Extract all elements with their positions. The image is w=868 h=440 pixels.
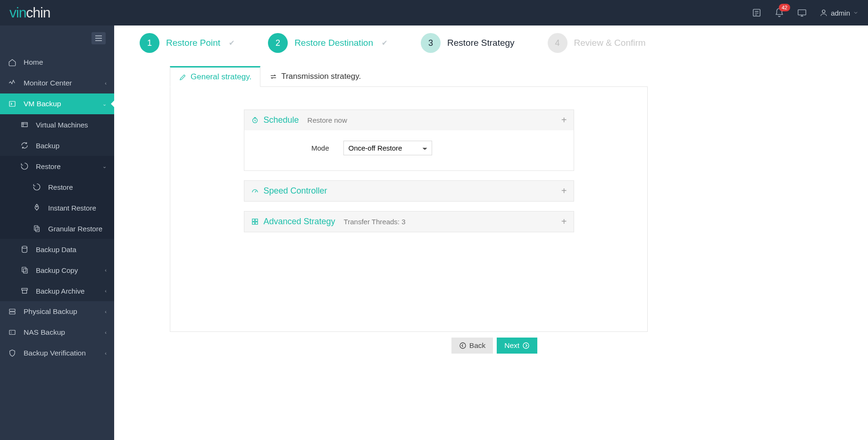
brand-logo: vinchin (9, 5, 50, 21)
sidebar-item-granular-restore[interactable]: Granular Restore (0, 218, 114, 239)
sidebar-item-restore[interactable]: Restore ⌄ (0, 156, 114, 177)
tab-label: Transmission strategy. (281, 72, 361, 81)
svg-rect-7 (36, 227, 40, 232)
back-button[interactable]: Back (451, 338, 493, 354)
display-icon[interactable] (797, 8, 807, 18)
gauge-icon (251, 187, 259, 195)
edit-icon (179, 73, 187, 81)
section-advanced: Advanced Strategy Transfer Threads: 3 + (244, 211, 574, 232)
sidebar-item-vms[interactable]: Virtual Machines (0, 114, 114, 135)
step-label: Restore Strategy (447, 38, 515, 48)
step-restore-point[interactable]: 1 Restore Point ✔ (140, 33, 235, 53)
archive-icon (20, 286, 29, 296)
step-restore-destination[interactable]: 2 Restore Destination ✔ (268, 33, 388, 53)
grid-icon (20, 120, 29, 129)
sidebar-toggle-button[interactable] (92, 32, 106, 44)
sidebar-item-home[interactable]: Home (0, 52, 114, 73)
strategy-panel: Schedule Restore now + Mode Once-off Res… (170, 87, 648, 332)
step-number: 2 (268, 33, 288, 53)
sidebar-label: Virtual Machines (36, 121, 88, 129)
refresh-icon (20, 141, 29, 150)
sidebar-label: Instant Restore (48, 204, 96, 212)
chevron-down-icon (853, 10, 859, 16)
copy-icon (20, 265, 29, 275)
sidebar-label: Granular Restore (48, 225, 102, 233)
svg-rect-19 (252, 222, 254, 224)
mode-select[interactable]: Once-off Restore (343, 141, 432, 155)
svg-rect-6 (34, 226, 38, 230)
sidebar-label: Backup Data (36, 245, 76, 254)
svg-point-2 (822, 10, 825, 13)
section-subtitle: Restore now (308, 116, 347, 124)
chevron-down-icon: ⌄ (102, 163, 107, 169)
sidebar-label: Restore (48, 183, 73, 191)
sidebar-item-physical[interactable]: Physical Backup ‹ (0, 301, 114, 322)
section-header-speed[interactable]: Speed Controller + (244, 181, 574, 201)
section-header-schedule[interactable]: Schedule Restore now + (244, 110, 574, 130)
sidebar-label: Backup (36, 142, 59, 150)
svg-rect-13 (9, 309, 15, 312)
sidebar-item-monitor[interactable]: Monitor Center ‹ (0, 73, 114, 93)
svg-point-21 (460, 343, 466, 348)
sidebar-item-vmbackup[interactable]: VM Backup ⌄ (0, 93, 114, 114)
sidebar-label: VM Backup (24, 100, 61, 108)
svg-point-22 (523, 343, 529, 348)
section-title: Speed Controller (264, 186, 327, 196)
svg-rect-4 (22, 123, 27, 127)
sidebar-label: Backup Copy (36, 266, 78, 274)
step-number: 1 (140, 33, 159, 53)
section-title: Schedule (264, 115, 299, 125)
sidebar-label: Restore (36, 162, 61, 170)
sidebar-item-backuparchive[interactable]: Backup Archive ‹ (0, 280, 114, 301)
user-menu[interactable]: admin (819, 8, 859, 17)
restore-icon (32, 182, 42, 192)
sidebar-label: Home (24, 58, 43, 67)
plus-icon: + (561, 115, 567, 126)
strategy-tabs: General strategy. Transmission strategy. (170, 66, 648, 87)
brand-suffix: chin (26, 5, 50, 20)
restore-icon (20, 161, 29, 171)
step-number: 4 (548, 33, 568, 53)
step-label: Restore Point (166, 38, 220, 48)
database-icon (20, 245, 29, 254)
tab-transmission-strategy[interactable]: Transmission strategy. (260, 66, 370, 86)
jobs-icon[interactable] (751, 8, 762, 18)
sidebar-label: Backup Archive (36, 287, 84, 295)
server-icon (8, 307, 17, 316)
svg-point-8 (22, 246, 27, 248)
rocket-icon (32, 203, 42, 212)
section-header-advanced[interactable]: Advanced Strategy Transfer Threads: 3 + (244, 212, 574, 232)
chevron-left-icon: ‹ (105, 309, 107, 314)
sidebar-item-nas[interactable]: NAS Backup ‹ (0, 322, 114, 343)
chevron-left-icon: ‹ (105, 288, 107, 294)
svg-rect-9 (22, 267, 26, 272)
sidebar-item-restore-sub[interactable]: Restore (0, 177, 114, 197)
section-title: Advanced Strategy (264, 217, 335, 227)
sidebar: Home Monitor Center ‹ VM Backup ⌄ Virtua… (0, 25, 114, 440)
monitor-icon (8, 78, 17, 88)
sidebar-item-instant-restore[interactable]: Instant Restore (0, 197, 114, 218)
nas-icon (8, 328, 17, 337)
arrow-left-icon (459, 342, 467, 349)
button-label: Next (504, 341, 519, 350)
sidebar-label: Physical Backup (24, 307, 77, 316)
sidebar-label: Backup Verification (24, 349, 86, 357)
tab-general-strategy[interactable]: General strategy. (170, 66, 260, 87)
vm-icon (8, 99, 17, 109)
tab-label: General strategy. (191, 72, 251, 82)
plus-icon: + (561, 186, 567, 196)
home-icon (8, 58, 17, 67)
sidebar-item-backupcopy[interactable]: Backup Copy ‹ (0, 260, 114, 280)
svg-point-5 (36, 206, 37, 207)
sidebar-item-backupdata[interactable]: Backup Data (0, 239, 114, 260)
section-schedule: Schedule Restore now + Mode Once-off Res… (244, 110, 574, 171)
svg-rect-20 (255, 222, 258, 224)
next-button[interactable]: Next (497, 338, 537, 354)
step-label: Review & Confirm (574, 38, 646, 48)
sidebar-item-backup[interactable]: Backup (0, 135, 114, 156)
chevron-down-icon: ⌄ (102, 101, 107, 107)
notification-badge: 42 (779, 4, 790, 11)
step-restore-strategy[interactable]: 3 Restore Strategy (421, 33, 515, 53)
sidebar-item-verification[interactable]: Backup Verification ‹ (0, 343, 114, 364)
notifications-icon[interactable]: 42 (774, 8, 785, 18)
